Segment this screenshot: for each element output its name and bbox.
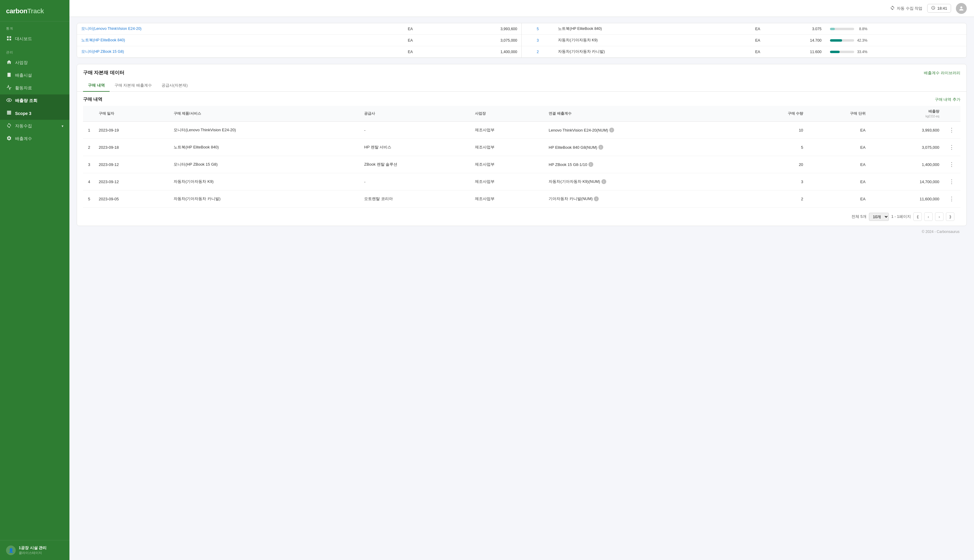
table-row: 3 자동차(기아자동차 K9) EA 14.700 42.3%: [522, 35, 966, 46]
row-unit: EA: [807, 122, 869, 139]
value-cell: 1,400,000: [417, 46, 521, 58]
header: 자동 수집 작업 18:41: [69, 0, 974, 17]
table-row: 5 노트북(HP EliteBook 840) EA 3.075 8.8%: [522, 23, 966, 35]
unit-cell: EA: [723, 23, 765, 35]
col-unit: 구매 단위: [807, 106, 869, 122]
row-date: 2023-09-19: [95, 122, 170, 139]
table-row: 1 2023-09-19 모니터(Lenovo ThinkVision E24-…: [83, 122, 961, 139]
value-cell: 3,993,600: [417, 23, 521, 35]
col-actions: [943, 106, 961, 122]
row-coef: 기아자동차 카니발(NUM) i: [545, 190, 744, 208]
first-page-button[interactable]: ⟪: [913, 212, 922, 221]
more-button[interactable]: ⋮: [947, 143, 957, 152]
tab-purchase-emission-coef[interactable]: 구매 자본재 배출계수: [110, 80, 157, 92]
row-product: 노트북(HP EliteBook 840): [170, 139, 361, 156]
info-icon[interactable]: i: [588, 162, 593, 167]
svg-point-4: [8, 100, 10, 101]
sub-header: 구매 내역 구매 내역 추가: [83, 97, 961, 102]
row-qty: 20: [745, 156, 807, 173]
product-name[interactable]: 노트북(HP EliteBook 840): [554, 23, 723, 35]
tab-supplier[interactable]: 공급사(자본재): [157, 80, 193, 92]
row-emission: 3,075,000: [869, 139, 943, 156]
row-unit: EA: [807, 139, 869, 156]
sidebar-item-auto-collect[interactable]: 자동수집 ▾: [0, 120, 69, 132]
unit-cell: EA: [723, 35, 765, 46]
col-product: 구매 제품/서비스: [170, 106, 361, 122]
auto-collect-action[interactable]: 자동 수집 작업: [890, 5, 922, 11]
more-button[interactable]: ⋮: [947, 160, 957, 169]
tab-purchase-history[interactable]: 구매 내역: [83, 80, 110, 92]
value-cell: 14.700: [765, 35, 826, 46]
svg-rect-2: [7, 39, 8, 40]
info-icon[interactable]: i: [598, 145, 603, 150]
row-coef: HP ZBook 15 G8-1/10 i: [545, 156, 744, 173]
row-unit: EA: [807, 173, 869, 190]
next-page-button[interactable]: ›: [935, 212, 944, 221]
row-emission: 14,700,000: [869, 173, 943, 190]
auto-collect-icon: [6, 123, 12, 130]
last-page-button[interactable]: ⟫: [946, 212, 954, 221]
more-button[interactable]: ⋮: [947, 194, 957, 203]
row-more[interactable]: ⋮: [943, 122, 961, 139]
progress-cell: 8.8%: [826, 23, 966, 35]
row-supplier: 오토렌탈 코리아: [361, 190, 471, 208]
logo-track: Track: [27, 7, 44, 15]
row-unit: EA: [807, 190, 869, 208]
sidebar-section-stats: 통계: [0, 22, 69, 33]
row-qty: 10: [745, 122, 807, 139]
header-avatar[interactable]: [956, 3, 967, 14]
per-page-select[interactable]: 10개 20개 50개: [869, 213, 889, 221]
row-more[interactable]: ⋮: [943, 139, 961, 156]
value-cell: 11.600: [765, 46, 826, 58]
sidebar-item-emission-coef[interactable]: 배출계수: [0, 132, 69, 145]
info-icon[interactable]: i: [609, 128, 614, 132]
more-button[interactable]: ⋮: [947, 177, 957, 186]
tab-bar: 구매 내역 구매 자본재 배출계수 공급사(자본재): [77, 80, 966, 92]
user-info: 1공장 시설 관리 클라이스테이지: [19, 545, 47, 555]
site-icon: [6, 60, 12, 66]
row-more[interactable]: ⋮: [943, 156, 961, 173]
sidebar-item-dashboard[interactable]: 대시보드: [0, 33, 69, 45]
library-link[interactable]: 배출계수 라이브러리: [924, 70, 961, 76]
col-supplier: 공급사: [361, 106, 471, 122]
row-coef: 자동차(기아자동차 K9)(NUM) i: [545, 173, 744, 190]
more-button[interactable]: ⋮: [947, 125, 957, 135]
sidebar-item-scope3[interactable]: Scope 3: [0, 107, 69, 120]
header-time[interactable]: 18:41: [927, 4, 951, 13]
row-date: 2023-09-05: [95, 190, 170, 208]
product-name[interactable]: 노트북(HP EliteBook 840): [77, 35, 361, 46]
row-qty: 5: [745, 139, 807, 156]
sidebar-item-emission-view[interactable]: 배출량 조회: [0, 95, 69, 107]
row-qty: 2: [745, 190, 807, 208]
sidebar-user[interactable]: 👤 1공장 시설 관리 클라이스테이지: [0, 540, 69, 560]
svg-rect-1: [10, 36, 11, 38]
product-name[interactable]: 자동차(기아자동차 카니발): [554, 46, 723, 58]
sidebar-item-emission-facility[interactable]: 배출시설: [0, 69, 69, 82]
sidebar-item-facility-label: 배출시설: [15, 73, 32, 78]
info-icon[interactable]: i: [601, 179, 606, 184]
purchase-data-table: 구매 일자 구매 제품/서비스 공급사 사업장 연결 배출계수 구매 수량 구매…: [83, 106, 961, 208]
row-product: 모니터(Lenovo ThinkVision E24-20): [170, 122, 361, 139]
product-name[interactable]: 모니터(Lenovo ThinkVision E24-20): [77, 23, 361, 35]
row-more[interactable]: ⋮: [943, 173, 961, 190]
row-emission: 11,600,000: [869, 190, 943, 208]
value-cell: 3,075,000: [417, 35, 521, 46]
row-num: 1: [83, 122, 95, 139]
sidebar-item-site[interactable]: 사업장: [0, 57, 69, 69]
dashboard-icon: [6, 36, 12, 42]
row-product: 모니터(HP ZBook 15 G8): [170, 156, 361, 173]
product-name[interactable]: 자동차(기아자동차 K9): [554, 35, 723, 46]
row-more[interactable]: ⋮: [943, 190, 961, 208]
table-row: 3 2023-09-12 모니터(HP ZBook 15 G8) ZBook 렌…: [83, 156, 961, 173]
product-name[interactable]: 모니터(HP ZBook 15 G8): [77, 46, 361, 58]
col-coef: 연결 배출계수: [545, 106, 744, 122]
purchase-sub-section: 구매 내역 구매 내역 추가 구매 일자 구매 제품/서비스 공급사 사업장 연…: [77, 92, 966, 226]
prev-page-button[interactable]: ‹: [924, 212, 933, 221]
add-purchase-link[interactable]: 구매 내역 추가: [935, 97, 961, 102]
row-supplier: -: [361, 122, 471, 139]
info-icon[interactable]: i: [594, 197, 599, 201]
total-count: 전체 5개: [851, 214, 867, 219]
progress-cell: 42.3%: [826, 35, 966, 46]
row-supplier: ZBook 렌탈 솔루션: [361, 156, 471, 173]
sidebar-item-activity[interactable]: 활동자료: [0, 82, 69, 95]
